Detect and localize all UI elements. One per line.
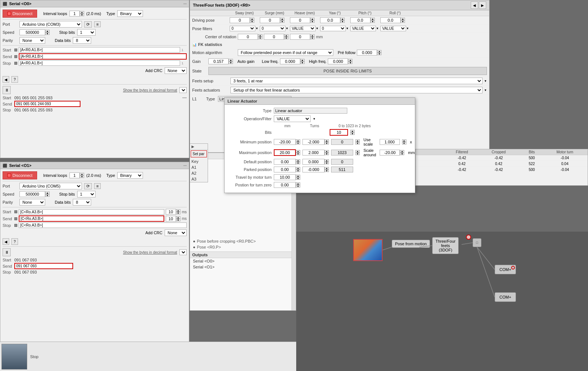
serial1-minimize[interactable]: — [183, 164, 187, 167]
serial1-question-btn[interactable]: ? [11, 238, 18, 245]
tree-pose-item[interactable]: ● Pose <R0.P> [190, 244, 296, 250]
serial0-show-bytes-btn[interactable]: Show the bytes in decimal format [123, 88, 177, 92]
cor-x-down[interactable]: ▼ [258, 37, 262, 39]
driving-heave-up[interactable]: ▲ [310, 18, 315, 20]
serial1-interval-input[interactable] [69, 172, 80, 178]
dialog-minpos-range[interactable] [331, 139, 353, 145]
feets-setup-select[interactable]: 3 feets, 1 at rear [230, 78, 483, 84]
serial0-port-icon1[interactable]: ⟳ [84, 21, 92, 28]
serial1-start-down[interactable]: ▼ [176, 212, 180, 214]
dialog-opfilter-select[interactable]: VALUE [274, 115, 311, 122]
driving-surge-up[interactable]: ▲ [280, 18, 284, 20]
dialog-scalearound-input[interactable] [380, 150, 400, 156]
driving-surge[interactable] [260, 17, 280, 23]
serial1-interval-down[interactable]: ▼ [80, 175, 84, 178]
serial0-stopbits-select[interactable]: 1 [77, 29, 96, 36]
pf-surge[interactable]: 0 [260, 26, 286, 31]
driving-yaw-up[interactable]: ▲ [340, 18, 345, 20]
motion-algo-select[interactable]: Follow pretended pose even if out of ran… [238, 49, 333, 56]
driving-yaw[interactable] [320, 17, 340, 23]
driving-roll-up[interactable]: ▲ [401, 18, 405, 20]
gain-up[interactable]: ▲ [229, 59, 233, 61]
gain-down[interactable]: ▼ [229, 61, 233, 64]
cor-y[interactable] [264, 34, 284, 40]
serial1-send-num[interactable] [166, 216, 176, 222]
dialog-turnzero-up[interactable]: ▲ [296, 182, 300, 185]
serial1-stopbits-select[interactable]: 1 [77, 191, 96, 197]
serial1-start-spinner[interactable]: ▲ ▼ [166, 209, 180, 215]
pf-roll[interactable]: VALUE [380, 26, 406, 31]
low-freq-input[interactable] [280, 58, 300, 64]
serial1-speed-input[interactable] [19, 191, 45, 197]
pose-from-motion-node[interactable]: Pose from motion [392, 240, 430, 248]
pf-pitch[interactable]: VALUE [350, 26, 376, 31]
serial0-port-icon2[interactable]: ≡ [94, 21, 101, 27]
dialog-defpos-turns-down[interactable]: ▼ [325, 162, 329, 164]
three-four-feets-node[interactable]: Three/Fourfeets(3DOF) [432, 237, 459, 254]
serial0-show-select[interactable]: ▼ [179, 87, 187, 93]
dialog-maxpos-mm-up[interactable]: ▲ [296, 150, 300, 153]
dialog-minpos-range-down[interactable]: ▼ [355, 142, 360, 145]
serial0-prev-btn[interactable]: ◀ [3, 76, 9, 83]
serial0-speed-down[interactable]: ▼ [45, 32, 50, 35]
driving-yaw-down[interactable]: ▼ [340, 20, 345, 23]
dialog-maxpos-mm[interactable] [274, 149, 296, 156]
serial1-port-icon1[interactable]: ⟳ [84, 183, 92, 189]
dialog-defpos-turns[interactable] [302, 159, 325, 165]
driving-sway-up[interactable]: ▲ [250, 18, 254, 20]
serial1-send-input[interactable] [19, 215, 164, 222]
dialog-parkedpos-mm-up[interactable]: ▲ [296, 167, 300, 170]
cor-y-down[interactable]: ▼ [284, 37, 288, 39]
serial1-speed-up[interactable]: ▲ [45, 192, 50, 194]
serial1-databits-select[interactable]: 8 [73, 199, 91, 206]
dialog-parkedpos-turns-down[interactable]: ▼ [325, 170, 329, 172]
serial1-start-num[interactable] [166, 209, 176, 215]
serial0-question-btn[interactable]: ? [11, 76, 18, 83]
serial0-interval-down[interactable]: ▼ [80, 14, 84, 16]
dialog-parkedpos-turns-up[interactable]: ▲ [325, 167, 329, 170]
dialog-defpos-mm-up[interactable]: ▲ [296, 159, 300, 162]
cor-x-up[interactable]: ▲ [258, 34, 262, 37]
serial0-type-select[interactable]: Binary [117, 10, 143, 17]
serial0-addcrc-select[interactable]: None [165, 67, 187, 74]
image-node[interactable] [353, 239, 383, 261]
pre-follow-up[interactable]: ▲ [377, 50, 381, 53]
low-freq-down[interactable]: ▼ [300, 61, 305, 64]
serial1-show-select[interactable]: ▼ [179, 249, 187, 255]
serial0-start-input[interactable] [19, 47, 180, 53]
serial0-parity-select[interactable]: None [19, 37, 45, 44]
com1-node[interactable]: COM+ [495, 265, 516, 274]
main-nav-prev[interactable]: ◀ [471, 1, 478, 9]
driving-sway[interactable] [230, 17, 250, 23]
serial1-speed-spinner[interactable]: ▲ ▼ [19, 191, 50, 197]
dialog-minpos-range-up[interactable]: ▲ [355, 139, 360, 142]
driving-heave[interactable] [290, 17, 310, 23]
serial0-pause-btn[interactable]: ⏸ [3, 86, 11, 94]
dialog-minpos-mm-down[interactable]: ▼ [296, 142, 300, 145]
serial1-addcrc-select[interactable]: None [165, 229, 187, 236]
serial1-speed-down[interactable]: ▼ [45, 194, 50, 197]
serial0-speed-up[interactable]: ▲ [45, 30, 50, 32]
serial1-disconnect-btn[interactable]: Disconnect [3, 171, 37, 179]
dialog-usescale-input[interactable] [380, 139, 400, 145]
serial1-interval-spinner[interactable]: ▲ ▼ [69, 172, 84, 178]
dialog-defpos-mm[interactable] [274, 159, 296, 165]
serial0-disconnect-btn[interactable]: Disconnect [3, 10, 37, 18]
serial1-prev-btn[interactable]: ◀ [3, 238, 9, 245]
dialog-parkedpos-range[interactable] [331, 167, 353, 172]
cor-z-down[interactable]: ▼ [310, 37, 315, 39]
com2-node[interactable]: COM+ [495, 292, 516, 302]
serial0-interval-spinner[interactable]: ▲ ▼ [69, 11, 84, 17]
driving-surge-down[interactable]: ▼ [280, 20, 284, 23]
pre-follow-input[interactable] [357, 50, 377, 56]
dialog-bits-up[interactable]: ▲ [350, 130, 355, 132]
dialog-scalearound-up[interactable]: ▲ [400, 150, 404, 153]
driving-heave-down[interactable]: ▼ [310, 20, 315, 23]
serial1-send-down[interactable]: ▼ [176, 219, 180, 221]
serial1-port-icon2[interactable]: ≡ [94, 183, 101, 189]
dialog-travel-up[interactable]: ▲ [296, 175, 300, 177]
dialog-bits-input[interactable] [330, 129, 348, 136]
serial1-send2-input[interactable] [14, 263, 73, 269]
dialog-turnzero-down[interactable]: ▼ [296, 185, 300, 188]
cube-node[interactable]: □ [473, 238, 481, 247]
